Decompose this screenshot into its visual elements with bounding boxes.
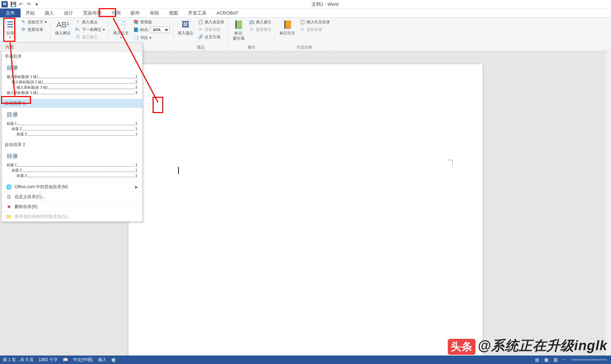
endnote-icon: ⁿ bbox=[75, 19, 81, 25]
toc-icon: ☰ bbox=[5, 19, 16, 30]
status-page[interactable]: 第 1 页，共 5 页 bbox=[3, 357, 34, 363]
next-footnote-icon: A↓ bbox=[75, 27, 81, 32]
insert-toa-button[interactable]: 📋插入引文目录 bbox=[298, 18, 331, 26]
group-index-label: 索引 bbox=[230, 44, 273, 50]
insert-index-icon: 📇 bbox=[249, 19, 254, 25]
view-web-button[interactable]: ▥ bbox=[551, 357, 559, 363]
toc-preview-line: 标题 21 bbox=[7, 126, 137, 131]
mark-entry-button[interactable]: 📗 标记 索引项 bbox=[230, 18, 247, 42]
status-mode[interactable]: 插入 bbox=[98, 357, 106, 363]
toc-office-com[interactable]: 🌐 Office.com 中的其他目录(M) ▶ bbox=[2, 182, 142, 192]
status-bar: 第 1 页，共 5 页 1362 个字 📖 中文(中国) 插入 ▦ ▤ ▦ ▥ … bbox=[0, 355, 611, 364]
insert-toa-icon: 📋 bbox=[299, 19, 305, 25]
status-words[interactable]: 1362 个字 bbox=[39, 357, 58, 363]
word-icon: W bbox=[1, 1, 8, 7]
toc-preview-line: 键入章标题(第 2 级)2 bbox=[7, 79, 137, 85]
tab-references[interactable]: 引用 bbox=[106, 9, 126, 17]
tab-design[interactable]: 设计 bbox=[59, 9, 78, 17]
caption-icon: 🖼 bbox=[180, 19, 191, 30]
zoom-slider[interactable] bbox=[571, 359, 607, 360]
show-notes-icon: ☰ bbox=[75, 34, 81, 40]
style-icon: 📘 bbox=[133, 27, 139, 33]
group-index: 📗 标记 索引项 📇插入索引 ⟳更新索引 索引 bbox=[228, 18, 275, 51]
dropdown-icon: ▾ bbox=[10, 36, 11, 39]
crossref-icon: 🔗 bbox=[198, 34, 203, 40]
manage-icon: 📚 bbox=[133, 19, 139, 25]
toc-remove[interactable]: ✖ 删除目录(R) bbox=[2, 202, 142, 212]
toc-preview-line: 标题 11 bbox=[7, 121, 137, 126]
tab-view[interactable]: 视图 bbox=[164, 9, 183, 17]
toc-preview-line: 键入章标题(第 3 级)3 bbox=[7, 85, 137, 90]
show-notes-button[interactable]: ☰显示备注 bbox=[73, 33, 106, 40]
cross-reference-button[interactable]: 🔗交叉引用 bbox=[196, 33, 226, 40]
scrollbar-vertical[interactable] bbox=[605, 51, 611, 355]
insert-endnote-button[interactable]: ⁿ插入尾注 bbox=[73, 18, 106, 26]
toc-auto1-preview[interactable]: 目录 标题 11标题 21标题 31 bbox=[2, 108, 142, 140]
chevron-right-icon: ▶ bbox=[135, 185, 138, 189]
redo-button[interactable]: ↷ bbox=[25, 1, 33, 8]
update-index-button[interactable]: ⟳更新索引 bbox=[247, 26, 273, 33]
insert-citation-button[interactable]: 📄 插入引文 ▾ bbox=[111, 18, 131, 40]
update-toa-icon: ⟳ bbox=[299, 27, 305, 32]
insert-caption-button[interactable]: 🖼 插入题注 bbox=[176, 18, 196, 37]
citation-style-row: 📘样式: APA bbox=[132, 26, 171, 34]
insert-tof-button[interactable]: 📋插入表目录 bbox=[196, 18, 226, 26]
zoom-out-button[interactable]: − bbox=[561, 357, 568, 363]
tab-developer[interactable]: 开发工具 bbox=[183, 9, 211, 17]
tab-file[interactable]: 文件 bbox=[0, 9, 21, 17]
citation-style-select[interactable]: APA bbox=[150, 27, 170, 33]
toc-save-gallery[interactable]: 📁 将所选内容保存到目录库(S)... bbox=[2, 212, 142, 222]
toc-preview-line: 标题 31 bbox=[7, 173, 137, 178]
status-proofing-icon[interactable]: 📖 bbox=[63, 357, 68, 362]
toc-preview-line: 键入章标题(第 1 级)4 bbox=[7, 90, 137, 95]
update-tof-button[interactable]: ⟳更新表格 bbox=[196, 26, 226, 33]
mark-entry-icon: 📗 bbox=[233, 19, 244, 30]
tab-home[interactable]: 开始 bbox=[21, 9, 40, 17]
toc-auto2-preview[interactable]: 目录 标题 11标题 21标题 31 bbox=[2, 149, 142, 182]
mark-citation-button[interactable]: 📙 标记引文 bbox=[277, 18, 297, 37]
tab-acrobat[interactable]: ACROBAT bbox=[211, 9, 243, 17]
toc-preview-title: 目录 bbox=[7, 111, 137, 119]
remove-toc-icon: ✖ bbox=[6, 204, 12, 210]
insert-index-button[interactable]: 📇插入索引 bbox=[247, 18, 273, 26]
status-language[interactable]: 中文(中国) bbox=[73, 357, 93, 363]
view-read-button[interactable]: ▤ bbox=[533, 357, 541, 363]
update-index-icon: ⟳ bbox=[249, 27, 254, 32]
view-print-button[interactable]: ▦ bbox=[542, 357, 550, 363]
dropdown-icon: ▾ bbox=[120, 36, 122, 39]
toc-custom[interactable]: ☰ 自定义目录(C)... bbox=[2, 192, 142, 202]
manage-sources-button[interactable]: 📚管理源 bbox=[132, 18, 171, 26]
undo-button[interactable]: ↶ bbox=[17, 1, 25, 8]
page-corner-marker bbox=[447, 160, 453, 166]
toc-dropdown-menu: 内置 手动目录 目录 键入章标题(第 1 级)1键入章标题(第 2 级)2键入章… bbox=[1, 43, 143, 222]
tab-insert[interactable]: 插入 bbox=[40, 9, 59, 17]
tab-layout[interactable]: 页面布局 bbox=[78, 9, 106, 17]
toc-manual-preview[interactable]: 目录 键入章标题(第 1 级)1键入章标题(第 2 级)2键入章标题(第 3 级… bbox=[2, 61, 142, 99]
next-footnote-button[interactable]: A↓下一条脚注 ▾ bbox=[73, 26, 106, 33]
tab-mailings[interactable]: 邮件 bbox=[126, 9, 145, 17]
qat-customize[interactable]: ▾ bbox=[33, 1, 40, 8]
window-title: 文档1 - Word bbox=[40, 1, 610, 7]
add-text-icon: ✎ bbox=[21, 19, 26, 25]
toc-preview-title: 目录 bbox=[7, 153, 137, 160]
insert-footnote-button[interactable]: AB¹ 插入脚注 bbox=[53, 18, 73, 37]
office-icon: 🌐 bbox=[6, 184, 12, 190]
update-toc-button[interactable]: ⟳更新目录 bbox=[19, 26, 48, 33]
citation-icon: 📄 bbox=[115, 19, 127, 30]
add-text-button[interactable]: ✎添加文字 ▾ bbox=[19, 18, 48, 26]
toc-button[interactable]: ☰ 目录 ▾ bbox=[2, 18, 18, 40]
bibliography-button[interactable]: 📑书目 ▾ bbox=[132, 34, 171, 41]
save-button[interactable]: 💾 bbox=[9, 1, 17, 8]
toc-manual-label: 手动目录 bbox=[2, 52, 142, 61]
page[interactable] bbox=[128, 64, 483, 355]
group-caption: 🖼 插入题注 📋插入表目录 ⟳更新表格 🔗交叉引用 题注 bbox=[174, 18, 228, 51]
text-cursor bbox=[178, 167, 179, 174]
update-tof-icon: ⟳ bbox=[198, 27, 203, 32]
status-macro-icon[interactable]: ▦ bbox=[111, 357, 115, 362]
toc-preview-line: 标题 31 bbox=[7, 131, 137, 137]
toc-auto1-label: 自动目录 1 bbox=[2, 99, 142, 108]
tab-review[interactable]: 审阅 bbox=[145, 9, 164, 17]
update-toa-button[interactable]: ⟳更新表格 bbox=[298, 26, 331, 33]
mark-citation-icon: 📙 bbox=[282, 19, 293, 30]
biblio-icon: 📑 bbox=[133, 35, 139, 40]
